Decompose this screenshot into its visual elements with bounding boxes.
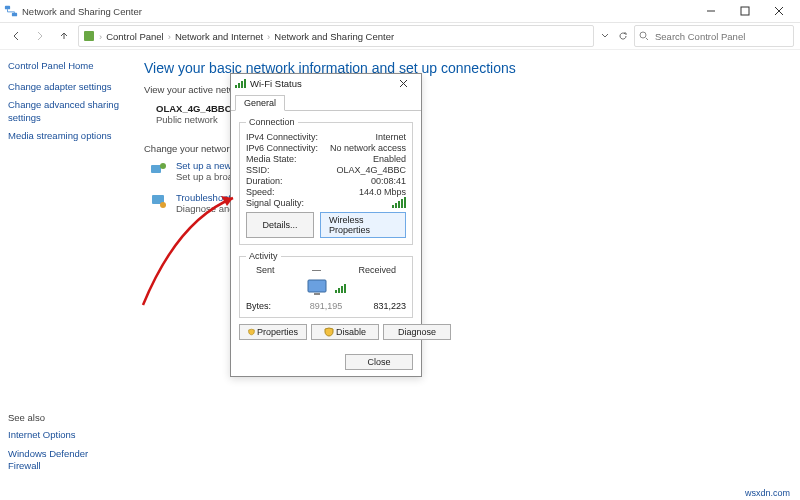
dialog-tabs: General [231, 92, 421, 111]
search-input[interactable] [653, 30, 789, 43]
setup-connection-icon [150, 160, 168, 178]
breadcrumb-item[interactable]: Network and Internet [175, 31, 263, 42]
network-icon [4, 4, 18, 18]
speed-value: 144.0 Mbps [359, 187, 406, 197]
control-panel-icon [83, 30, 95, 42]
sidebar: Control Panel Home Change adapter settin… [0, 50, 128, 500]
forward-button[interactable] [30, 26, 50, 46]
disable-button[interactable]: Disable [311, 324, 379, 340]
duration-label: Duration: [246, 176, 283, 186]
svg-rect-2 [741, 7, 749, 15]
shield-icon [248, 327, 255, 337]
activity-signal-icon [335, 283, 346, 293]
activity-legend: Activity [246, 251, 281, 261]
connection-group: Connection IPv4 Connectivity:Internet IP… [239, 117, 413, 245]
bytes-received: 831,223 [353, 301, 406, 311]
media-label: Media State: [246, 154, 297, 164]
properties-label: Properties [257, 327, 298, 337]
troubleshoot-icon [150, 192, 168, 210]
svg-rect-3 [84, 31, 94, 41]
up-button[interactable] [54, 26, 74, 46]
minimize-button[interactable] [694, 0, 728, 22]
main-content: View your basic network information and … [128, 50, 800, 500]
wifi-status-dialog: Wi-Fi Status General Connection IPv4 Con… [230, 73, 422, 377]
search-icon [639, 31, 649, 41]
activity-group: Activity Sent — Received Bytes: 891,195 … [239, 251, 413, 318]
duration-value: 00:08:41 [371, 176, 406, 186]
svg-rect-1 [12, 13, 17, 17]
media-value: Enabled [373, 154, 406, 164]
properties-button[interactable]: Properties [239, 324, 307, 340]
sidebar-link-adapter[interactable]: Change adapter settings [8, 81, 120, 93]
dialog-titlebar[interactable]: Wi-Fi Status [231, 74, 421, 92]
disable-label: Disable [336, 327, 366, 337]
svg-rect-10 [314, 293, 320, 295]
ssid-label: SSID: [246, 165, 270, 175]
bytes-sent: 891,195 [300, 301, 353, 311]
breadcrumb[interactable]: › Control Panel › Network and Internet ›… [78, 25, 594, 47]
sidebar-link-media[interactable]: Media streaming options [8, 130, 120, 142]
svg-point-4 [640, 32, 646, 38]
maximize-button[interactable] [728, 0, 762, 22]
address-bar: › Control Panel › Network and Internet ›… [0, 23, 800, 50]
svg-rect-5 [151, 165, 161, 173]
close-dialog-button[interactable]: Close [345, 354, 413, 370]
sent-label: Sent [256, 265, 275, 275]
breadcrumb-dropdown[interactable] [598, 26, 612, 46]
dialog-title: Wi-Fi Status [250, 78, 302, 89]
svg-point-8 [160, 202, 166, 208]
svg-rect-0 [5, 6, 10, 10]
window-titlebar: Network and Sharing Center [0, 0, 800, 23]
ipv6-value: No network access [330, 143, 406, 153]
received-label: Received [358, 265, 396, 275]
control-panel-home-link[interactable]: Control Panel Home [8, 60, 120, 71]
see-also-internet-options[interactable]: Internet Options [8, 429, 120, 441]
shield-icon [324, 327, 334, 337]
search-box[interactable] [634, 25, 794, 47]
connection-legend: Connection [246, 117, 298, 127]
network-name: OLAX_4G_4BBC 2 [156, 103, 239, 114]
tab-general[interactable]: General [235, 95, 285, 111]
ssid-value: OLAX_4G_4BBC [336, 165, 406, 175]
close-button[interactable] [762, 0, 796, 22]
window-title: Network and Sharing Center [22, 6, 142, 17]
bytes-label: Bytes: [246, 301, 299, 311]
speed-label: Speed: [246, 187, 275, 197]
sidebar-link-sharing[interactable]: Change advanced sharing settings [8, 99, 120, 124]
details-button[interactable]: Details... [246, 212, 314, 238]
wifi-icon [235, 78, 246, 88]
svg-point-6 [160, 163, 166, 169]
breadcrumb-item[interactable]: Network and Sharing Center [274, 31, 394, 42]
svg-rect-9 [308, 280, 326, 292]
see-also-label: See also [8, 412, 120, 423]
refresh-button[interactable] [616, 26, 630, 46]
ipv4-value: Internet [375, 132, 406, 142]
footer-link[interactable]: wsxdn.com [745, 488, 790, 498]
ipv6-label: IPv6 Connectivity: [246, 143, 318, 153]
ipv4-label: IPv4 Connectivity: [246, 132, 318, 142]
signal-label: Signal Quality: [246, 198, 304, 208]
network-type: Public network [156, 114, 218, 125]
signal-bars-icon [392, 198, 406, 208]
back-button[interactable] [6, 26, 26, 46]
wireless-properties-button[interactable]: Wireless Properties [320, 212, 406, 238]
dialog-close-button[interactable] [389, 74, 417, 92]
diagnose-button[interactable]: Diagnose [383, 324, 451, 340]
see-also-firewall[interactable]: Windows Defender Firewall [8, 448, 120, 473]
breadcrumb-item[interactable]: Control Panel [106, 31, 164, 42]
activity-monitor-icon [307, 279, 329, 297]
